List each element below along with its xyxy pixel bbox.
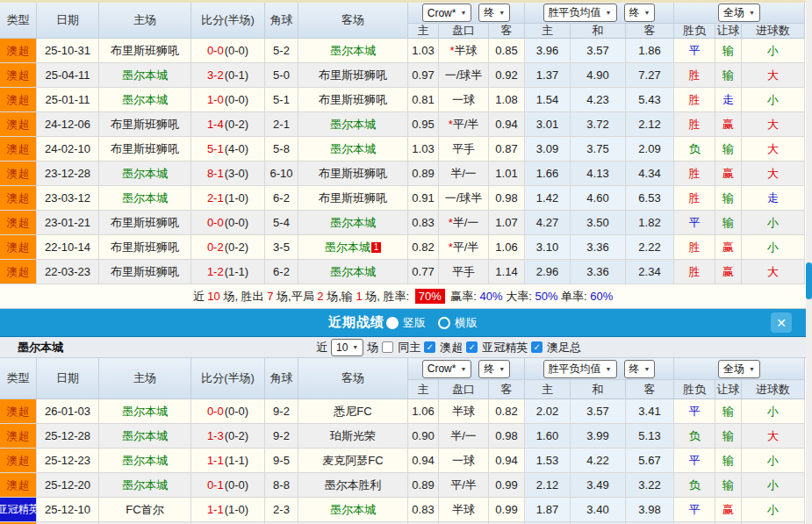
result-goals-cell: 小: [742, 399, 805, 424]
league-cell: 澳超: [0, 162, 37, 186]
final-1-select[interactable]: 终▼: [478, 360, 510, 378]
handicap-cell: 一/球半: [439, 63, 489, 88]
league-checkbox-cup[interactable]: ✓: [531, 341, 543, 353]
group-wdl-average: 胜平负均值▼终▼: [525, 358, 674, 380]
corners-cell: 9-5: [265, 449, 298, 473]
date-cell: 25-10-31: [37, 39, 99, 63]
score-cell: 0-0(0-0): [191, 399, 265, 424]
radio-vertical[interactable]: [386, 317, 399, 329]
home-odds-cell: 0.91: [408, 186, 439, 211]
avg-away-cell: 2.34: [626, 260, 674, 284]
col-header-odds-away: 客: [489, 24, 525, 39]
average-select[interactable]: 胜平负均值▼: [543, 4, 617, 22]
near-label: 近: [316, 340, 327, 355]
result-goals-cell: 走: [742, 186, 805, 211]
home-odds-cell: 0.89: [408, 162, 439, 186]
home-team-cell: 墨尔本城: [99, 88, 191, 112]
result-goals-cell: 小: [742, 39, 805, 63]
result-goals-cell: 小: [742, 449, 805, 473]
col-header-result-handicap: 让球: [715, 380, 742, 399]
handicap-cell: 一球: [439, 88, 489, 112]
radio-horizontal-label[interactable]: 横版: [455, 315, 478, 331]
scope-select[interactable]: 全场▼: [718, 360, 760, 378]
result-handicap-cell: 赢: [715, 235, 742, 260]
handicap-cell: *平/半: [439, 112, 489, 137]
scope-select[interactable]: 全场▼: [718, 4, 760, 22]
check-icon: ✓: [427, 343, 434, 352]
average-select[interactable]: 胜平负均值▼: [543, 360, 617, 378]
corners-cell: 5-0: [265, 63, 298, 88]
avg-away-cell: 2.22: [626, 235, 674, 260]
recent-count-select[interactable]: 10 ▼: [331, 339, 363, 356]
away-team-cell: 麦克阿瑟FC: [298, 449, 408, 473]
col-header-date: 日期: [37, 358, 99, 399]
summary-segment: 2: [317, 290, 323, 303]
scrollbar-track[interactable]: [806, 0, 812, 524]
league-cell: 澳超: [0, 260, 37, 284]
col-header-result-handicap: 让球: [715, 24, 742, 39]
scrollbar-thumb[interactable]: [806, 262, 812, 299]
home-team-cell: 布里斯班狮吼: [99, 235, 191, 260]
col-header-avg-away: 客: [626, 380, 674, 399]
bookmaker-select[interactable]: Crow*▼: [422, 4, 472, 22]
away-odds-cell: 1.06: [489, 235, 525, 260]
col-header-avg-home: 主: [525, 380, 571, 399]
final-2-select[interactable]: 终▼: [624, 4, 656, 22]
home-odds-cell: 0.97: [408, 63, 439, 88]
away-odds-cell: 0.87: [489, 137, 525, 162]
col-header-result-wdl: 胜负: [674, 24, 715, 39]
league-checkbox-acl[interactable]: ✓: [466, 341, 478, 353]
col-header-odds-away: 客: [489, 380, 525, 399]
col-header-score: 比分(半场): [191, 358, 265, 399]
away-odds-cell: 0.94: [489, 449, 525, 473]
away-team-cell: 墨尔本城: [298, 39, 408, 63]
col-header-score: 比分(半场): [191, 3, 265, 39]
summary-segment: 近: [193, 289, 208, 305]
score-cell: 1-3(0-2): [191, 424, 265, 449]
close-button[interactable]: ✕: [771, 312, 792, 333]
result-goals-cell: 小: [742, 235, 805, 260]
away-odds-cell: 1.01: [489, 162, 525, 186]
col-header-result-goals: 进球数: [742, 24, 805, 39]
final-1-select[interactable]: 终▼: [478, 4, 510, 22]
result-goals-cell: 小: [742, 498, 805, 522]
score-cell: 1-2(1-1): [191, 260, 265, 284]
date-cell: 23-12-28: [37, 162, 99, 186]
avg-home-cell: 1.42: [525, 186, 571, 211]
summary-segment: 大率:: [503, 289, 535, 305]
avg-home-cell: 1.87: [525, 498, 571, 522]
result-wdl-cell: 平: [674, 449, 715, 473]
home-team-cell: 布里斯班狮吼: [99, 112, 191, 137]
final-2-select[interactable]: 终▼: [624, 360, 656, 378]
result-handicap-cell: 输: [715, 137, 742, 162]
home-odds-cell: 0.95: [408, 112, 439, 137]
league-label-aleague: 澳超: [440, 340, 463, 355]
panel-title: 近期战绩: [328, 314, 384, 331]
handicap-cell: *半/一: [439, 211, 489, 235]
score-cell: 2-1(1-0): [191, 186, 265, 211]
away-team-cell: 布里斯班狮吼: [298, 88, 408, 112]
home-odds-cell: 0.83: [408, 211, 439, 235]
same-home-checkbox[interactable]: [382, 341, 393, 353]
summary-segment: 场,平局: [273, 289, 317, 305]
col-header-handicap: 盘口: [439, 24, 489, 39]
bookmaker-select[interactable]: Crow*▼: [422, 360, 472, 378]
avg-away-cell: 2.12: [626, 112, 674, 137]
handicap-cell: *平/半: [439, 235, 489, 260]
handicap-cell: 一/球半: [439, 186, 489, 211]
summary-segment: 1: [356, 290, 362, 303]
result-goals-cell: 大: [742, 260, 805, 284]
radio-horizontal[interactable]: [438, 317, 450, 329]
score-cell: 5-1(4-0): [191, 137, 265, 162]
league-checkbox-aleague[interactable]: ✓: [424, 341, 435, 353]
col-header-type: 类型: [0, 358, 37, 399]
score-cell: 0-1(0-0): [191, 473, 265, 498]
summary-segment: 场,输: [324, 289, 356, 305]
col-header-home: 主场: [99, 358, 191, 399]
h2h-table-header: 类型日期主场比分(半场)角球客场Crow*▼终▼主盘口客胜平负均值▼终▼主和客全…: [0, 3, 806, 39]
radio-vertical-label[interactable]: 竖版: [403, 315, 426, 331]
result-handicap-cell: 走: [715, 88, 742, 112]
date-cell: 25-01-11: [37, 88, 99, 112]
league-label-cup: 澳足总: [547, 340, 581, 355]
result-goals-cell: 大: [742, 424, 805, 449]
